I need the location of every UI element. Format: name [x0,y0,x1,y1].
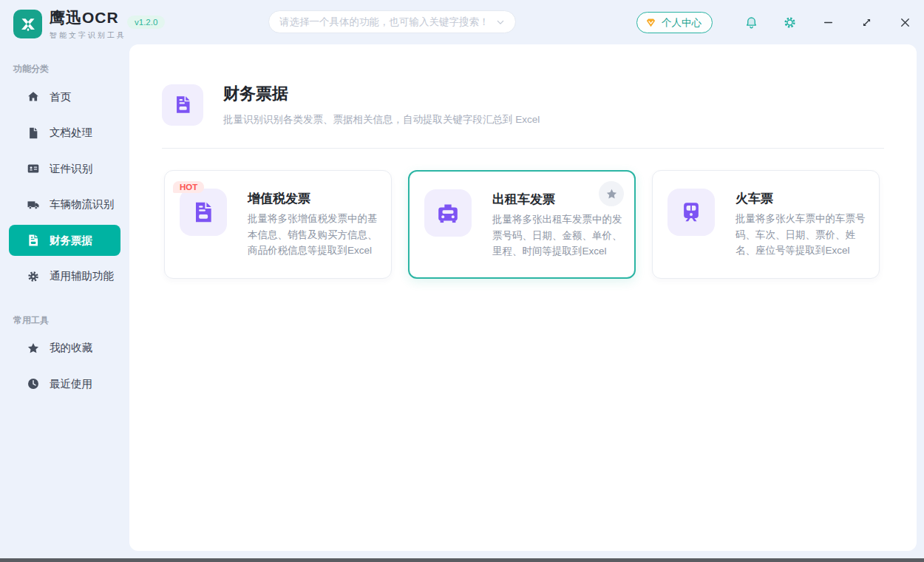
card-title: 火车票 [736,190,773,207]
sidebar-item-recently-used[interactable]: 最近使用 [9,368,120,399]
card-title: 出租车发票 [492,191,555,208]
truck-icon [27,198,40,211]
app-logo: 鹰迅OCR 智能文字识别工具 [13,7,126,41]
card-description: 批量将多张出租车发票中的发票号码、日期、金额、单价、里程、时间等提取到Excel [492,211,630,260]
star-icon [27,342,40,355]
favorite-star-button[interactable] [599,181,624,206]
settings-gear-icon[interactable] [782,15,797,30]
card-taxi-invoice[interactable]: 出租车发票 批量将多张出租车发票中的发票号码、日期、金额、单价、里程、时间等提取… [408,170,636,279]
personal-center-label: 个人中心 [662,16,702,30]
logo-x-icon [13,10,42,38]
sidebar-section-common-tools: 常用工具 [13,314,129,327]
gear-icon [27,270,40,283]
bell-icon[interactable] [744,15,758,30]
page-title: 财务票据 [223,83,540,105]
receipt-icon [27,234,40,247]
card-vat-invoice[interactable]: HOT 增值税发票 批量将多张增值税发票中的基本信息、销售及购买方信息、商品价税… [164,170,392,279]
sidebar-item-label: 我的收藏 [50,341,92,355]
page-subtitle: 批量识别识别各类发票、票据相关信息，自动提取关键字段汇总到 Excel [223,113,540,126]
sidebar: 功能分类 首页 文档处理 证件识别 车辆物流识别 财务票据 通用辅助功能 常用工… [0,44,129,558]
card-title: 增值税发票 [248,190,310,207]
id-card-icon [27,162,40,175]
version-badge: v1.2.0 [127,16,165,29]
card-description: 批量将多张火车票中的车票号码、车次、日期、票价、姓名、座位号等提取到Excel [736,211,873,259]
sidebar-item-financial-bills[interactable]: 财务票据 [9,225,120,256]
title-bar: 鹰迅OCR 智能文字识别工具 v1.2.0 个人中心 [0,0,924,44]
sidebar-item-favorites[interactable]: 我的收藏 [9,333,120,364]
sidebar-item-label: 最近使用 [50,377,92,391]
sidebar-item-label: 证件识别 [50,162,92,176]
main-panel: 财务票据 批量识别识别各类发票、票据相关信息，自动提取关键字段汇总到 Excel… [129,44,917,551]
personal-center-button[interactable]: 个人中心 [636,12,713,33]
minimize-button[interactable] [821,15,835,30]
invoice-icon [180,189,227,236]
os-taskbar-strip [0,558,924,562]
sidebar-item-label: 车辆物流识别 [50,197,114,211]
sidebar-item-vehicle-logistics[interactable]: 车辆物流识别 [9,189,120,220]
chevron-down-icon [495,16,506,28]
star-icon [605,188,618,200]
function-cards: HOT 增值税发票 批量将多张增值税发票中的基本信息、销售及购买方信息、商品价税… [129,149,917,279]
vip-diamond-icon [645,16,657,29]
sidebar-item-general-tools[interactable]: 通用辅助功能 [9,261,120,292]
sidebar-item-label: 文档处理 [50,126,92,140]
hot-badge: HOT [173,181,204,193]
sidebar-item-label: 通用辅助功能 [50,269,114,283]
sidebar-item-id-recognition[interactable]: 证件识别 [9,153,120,184]
resize-window-button[interactable] [859,15,874,30]
search-input[interactable] [279,16,495,27]
sidebar-item-label: 首页 [50,90,71,104]
sidebar-item-home[interactable]: 首页 [9,81,120,112]
taxi-icon [424,189,472,237]
page-header: 财务票据 批量识别识别各类发票、票据相关信息，自动提取关键字段汇总到 Excel [129,44,917,126]
clock-icon [27,377,40,390]
train-icon [667,189,715,236]
document-icon [27,126,40,140]
home-icon [27,90,40,104]
close-button[interactable] [897,15,912,30]
card-description: 批量将多张增值税发票中的基本信息、销售及购买方信息、商品价税信息等提取到Exce… [248,211,385,259]
card-train-ticket[interactable]: 火车票 批量将多张火车票中的车票号码、车次、日期、票价、姓名、座位号等提取到Ex… [652,170,880,279]
app-tagline: 智能文字识别工具 [50,30,126,41]
sidebar-item-document-processing[interactable]: 文档处理 [9,118,120,149]
receipt-icon [162,84,203,126]
function-search-select[interactable] [268,10,516,33]
sidebar-item-label: 财务票据 [50,234,92,248]
app-name: 鹰迅OCR [50,7,126,28]
sidebar-section-function-categories: 功能分类 [13,63,129,75]
